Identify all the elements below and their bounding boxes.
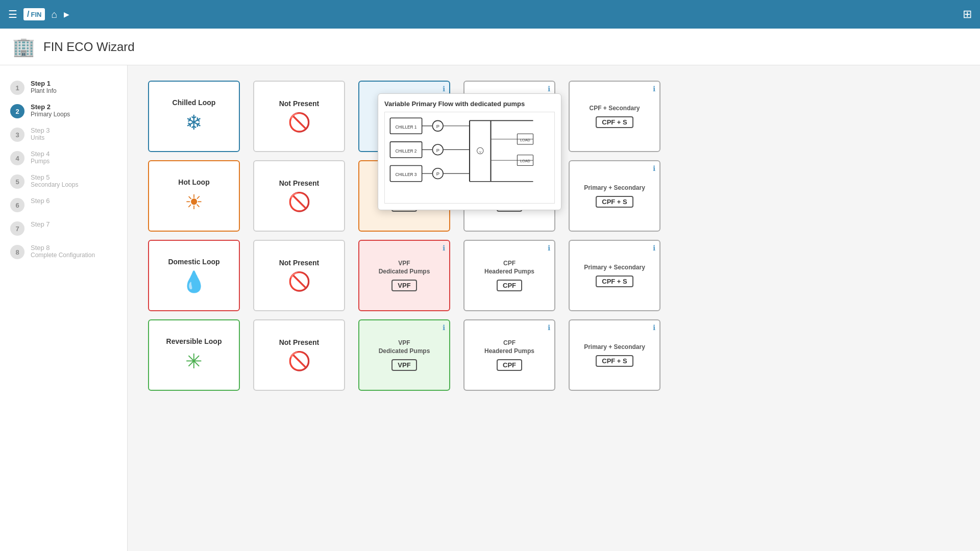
svg-text:CHILLER 2: CHILLER 2 bbox=[396, 148, 417, 154]
info-icon[interactable]: ℹ bbox=[443, 244, 445, 252]
nav-chevron-icon: ▶ bbox=[64, 10, 69, 18]
step6-label: Step 6 bbox=[31, 197, 50, 205]
card-reversible-primary-secondary[interactable]: ℹ Primary + Secondary CPF + S bbox=[569, 319, 660, 391]
card-domestic-vpf[interactable]: ℹ VPFDedicated Pumps VPF bbox=[358, 240, 450, 311]
sidebar-item-step1[interactable]: 1 Step 1 Plant Info bbox=[0, 76, 127, 99]
domestic-vpf-btn[interactable]: VPF bbox=[391, 280, 416, 291]
sidebar-item-step6[interactable]: 6 Step 6 bbox=[0, 193, 127, 216]
fin-logo: / FIN bbox=[23, 8, 45, 20]
svg-text:LOAD: LOAD bbox=[520, 138, 530, 142]
sidebar: 1 Step 1 Plant Info 2 Step 2 Primary Loo… bbox=[0, 65, 128, 551]
droplet-icon: 💧 bbox=[181, 270, 207, 294]
info-icon[interactable]: ℹ bbox=[653, 164, 655, 172]
chilled-loop-label: Chilled Loop bbox=[173, 98, 216, 107]
step3-label: Step 3 bbox=[31, 127, 50, 134]
hot-np-label: Not Present bbox=[279, 179, 320, 187]
page-title: FIN ECO Wizard bbox=[43, 40, 135, 54]
card-hot-not-present[interactable]: Not Present 🚫 bbox=[253, 160, 345, 232]
reversible-loop-label: Reversible Loop bbox=[166, 337, 222, 345]
card-chilled-loop[interactable]: Chilled Loop ❄ bbox=[148, 81, 240, 152]
info-icon[interactable]: ℹ bbox=[443, 85, 445, 93]
card-chilled-not-present[interactable]: Not Present 🚫 bbox=[253, 81, 345, 152]
step3-circle: 3 bbox=[10, 128, 24, 142]
svg-text:P: P bbox=[436, 171, 439, 177]
chilled-cpfs2-btn[interactable]: CPF + S bbox=[596, 116, 633, 128]
step5-circle: 5 bbox=[10, 174, 24, 189]
content-area: Chilled Loop ❄ Not Present 🚫 ℹ VPFDedica… bbox=[128, 65, 980, 551]
sidebar-item-step8[interactable]: 8 Step 8 Complete Configuration bbox=[0, 240, 127, 263]
step5-sub: Secondary Loops bbox=[31, 181, 78, 188]
step5-label: Step 5 bbox=[31, 173, 78, 181]
card-reversible-loop[interactable]: Reversible Loop ✳ bbox=[148, 319, 240, 391]
grid-view-icon[interactable]: ⊞ bbox=[963, 8, 972, 21]
info-icon[interactable]: ℹ bbox=[548, 85, 550, 93]
reversible-cpf-btn[interactable]: CPF bbox=[497, 359, 522, 371]
sun-icon: ☀ bbox=[185, 190, 203, 214]
card-reversible-vpf[interactable]: ℹ VPFDedicated Pumps VPF bbox=[358, 319, 450, 391]
building-icon: 🏢 bbox=[12, 36, 35, 58]
domestic-ps-btn[interactable]: CPF + S bbox=[596, 276, 633, 287]
step1-circle: 1 bbox=[10, 81, 24, 95]
card-hot-loop[interactable]: Hot Loop ☀ bbox=[148, 160, 240, 232]
reversible-np-label: Not Present bbox=[279, 338, 320, 346]
svg-text:CHILLER 1: CHILLER 1 bbox=[396, 124, 417, 130]
no-entry-icon: 🚫 bbox=[288, 191, 311, 213]
top-nav: ☰ / FIN ⌂ ▶ ⊞ bbox=[0, 0, 980, 29]
card-domestic-loop[interactable]: Domestic Loop 💧 bbox=[148, 240, 240, 311]
card-domestic-cpf[interactable]: ℹ CPFHeadered Pumps CPF bbox=[463, 240, 555, 311]
info-icon[interactable]: ℹ bbox=[548, 323, 550, 332]
domestic-cpf-btn[interactable]: CPF bbox=[497, 280, 522, 291]
svg-text:CHILLER 3: CHILLER 3 bbox=[396, 172, 417, 177]
svg-text:LOAD: LOAD bbox=[520, 159, 530, 163]
step2-circle: 2 bbox=[10, 104, 24, 118]
info-icon[interactable]: ℹ bbox=[653, 85, 655, 93]
info-icon[interactable]: ℹ bbox=[653, 244, 655, 252]
reversible-cpf-badge: CPFHeadered Pumps bbox=[484, 339, 534, 355]
card-domestic-not-present[interactable]: Not Present 🚫 bbox=[253, 240, 345, 311]
snowflake-icon: ❄ bbox=[185, 111, 203, 134]
step4-circle: 4 bbox=[10, 151, 24, 165]
hot-ps-btn[interactable]: CPF + S bbox=[596, 196, 633, 208]
card-chilled-cpfs2[interactable]: ℹ CPF + Secondary CPF + S bbox=[569, 81, 660, 152]
card-reversible-not-present[interactable]: Not Present 🚫 bbox=[253, 319, 345, 391]
step3-sub: Units bbox=[31, 134, 50, 141]
info-icon[interactable]: ℹ bbox=[443, 323, 445, 332]
info-icon[interactable]: ℹ bbox=[653, 323, 655, 332]
no-entry-icon: 🚫 bbox=[288, 271, 311, 292]
step4-label: Step 4 bbox=[31, 150, 50, 158]
reversible-vpf-btn[interactable]: VPF bbox=[391, 359, 416, 371]
step1-label: Step 1 bbox=[31, 80, 57, 87]
card-domestic-primary-secondary[interactable]: ℹ Primary + Secondary CPF + S bbox=[569, 240, 660, 311]
info-icon[interactable]: ℹ bbox=[548, 244, 550, 252]
step2-label: Step 2 bbox=[31, 103, 70, 111]
tooltip-diagram: CHILLER 1 CHILLER 2 CHILLER 3 P P P bbox=[384, 112, 555, 204]
tooltip-title: Variable Primary Flow with dedicated pum… bbox=[384, 100, 555, 108]
reversible-icon: ✳ bbox=[185, 349, 203, 373]
sidebar-item-step2[interactable]: 2 Step 2 Primary Loops bbox=[0, 99, 127, 122]
reversible-vpf-badge: VPFDedicated Pumps bbox=[379, 339, 430, 355]
card-hot-primary-secondary[interactable]: ℹ Primary + Secondary CPF + S bbox=[569, 160, 660, 232]
home-icon[interactable]: ⌂ bbox=[51, 9, 57, 20]
reversible-ps-btn[interactable]: CPF + S bbox=[596, 355, 633, 367]
no-entry-icon: 🚫 bbox=[288, 350, 311, 372]
card-reversible-cpf[interactable]: ℹ CPFHeadered Pumps CPF bbox=[463, 319, 555, 391]
sidebar-item-step4[interactable]: 4 Step 4 Pumps bbox=[0, 146, 127, 169]
sidebar-item-step3[interactable]: 3 Step 3 Units bbox=[0, 122, 127, 146]
sidebar-item-step5[interactable]: 5 Step 5 Secondary Loops bbox=[0, 169, 127, 193]
page-header: 🏢 FIN ECO Wizard bbox=[0, 29, 980, 65]
svg-text:V: V bbox=[479, 150, 482, 154]
step8-label: Step 8 bbox=[31, 244, 95, 252]
sidebar-item-step7[interactable]: 7 Step 7 bbox=[0, 216, 127, 240]
reversible-ps-badge: Primary + Secondary bbox=[584, 343, 645, 352]
domestic-ps-badge: Primary + Secondary bbox=[584, 264, 645, 272]
tooltip-popup: Variable Primary Flow with dedicated pum… bbox=[378, 93, 561, 210]
hot-loop-label: Hot Loop bbox=[178, 178, 209, 186]
domestic-loop-label: Domestic Loop bbox=[168, 258, 219, 266]
hamburger-icon[interactable]: ☰ bbox=[8, 8, 17, 20]
domestic-np-label: Not Present bbox=[279, 259, 320, 267]
chilled-cpfs2-badge: CPF + Secondary bbox=[589, 105, 640, 113]
step7-label: Step 7 bbox=[31, 220, 50, 228]
nav-left: ☰ / FIN ⌂ ▶ bbox=[8, 8, 69, 20]
step8-circle: 8 bbox=[10, 245, 24, 259]
main-layout: 1 Step 1 Plant Info 2 Step 2 Primary Loo… bbox=[0, 65, 980, 551]
